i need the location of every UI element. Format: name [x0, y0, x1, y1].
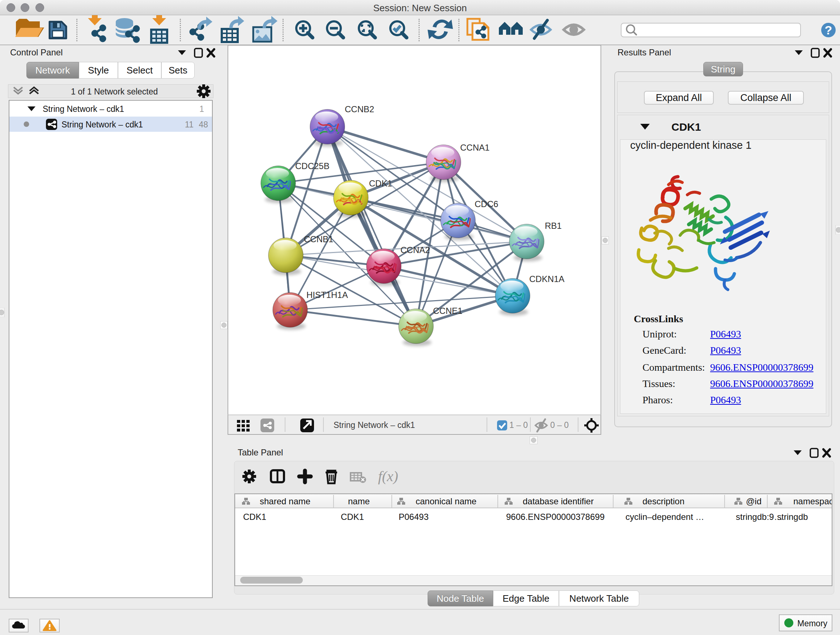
svg-text:database identifier: database identifier [523, 496, 594, 506]
svg-text:stringdb:9…: stringdb:9… [736, 512, 783, 522]
svg-text:9606.ENSP00000378699: 9606.ENSP00000378699 [506, 512, 605, 522]
svg-text:f(x): f(x) [378, 468, 398, 485]
svg-text:CDC25B: CDC25B [295, 161, 330, 171]
svg-text:CCNA1: CCNA1 [460, 143, 489, 152]
svg-text:CDK1: CDK1 [369, 179, 392, 188]
svg-text:@id: @id [746, 496, 761, 506]
svg-text:CCNB1: CCNB1 [304, 234, 333, 244]
svg-text:CDK1: CDK1 [341, 512, 364, 522]
svg-text:name: name [348, 496, 370, 506]
svg-text:CDKN1A: CDKN1A [529, 274, 564, 284]
svg-text:P06493: P06493 [399, 512, 429, 522]
svg-text:description: description [643, 496, 684, 506]
svg-text:canonical name: canonical name [416, 496, 477, 506]
svg-text:CCNA2: CCNA2 [401, 245, 430, 255]
svg-text:CCNE1: CCNE1 [433, 306, 462, 316]
svg-text:CDC6: CDC6 [475, 199, 498, 209]
svg-text:HIST1H1A: HIST1H1A [306, 290, 348, 300]
svg-text:shared name: shared name [260, 496, 310, 506]
svg-text:RB1: RB1 [545, 221, 562, 231]
svg-text:?: ? [825, 23, 832, 37]
svg-text:cyclin–dependent …: cyclin–dependent … [625, 512, 704, 522]
svg-text:namespac: namespac [793, 496, 832, 506]
svg-text:CCNB2: CCNB2 [345, 104, 374, 114]
svg-text:CDK1: CDK1 [243, 512, 266, 522]
svg-text:stringdb: stringdb [777, 512, 808, 522]
